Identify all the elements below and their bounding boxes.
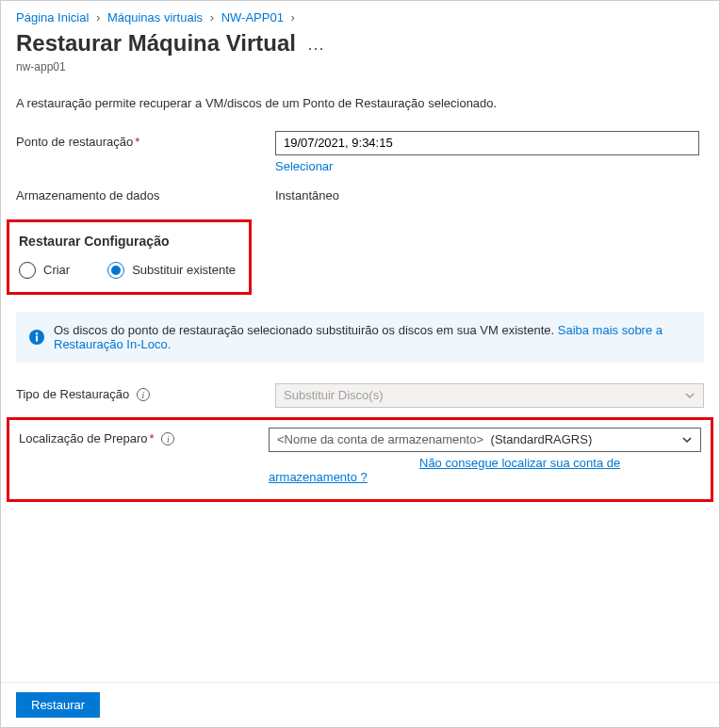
staging-location-section: Localização de Preparo* i <Nome da conta… xyxy=(7,417,713,502)
restore-type-label: Tipo de Restauração i xyxy=(16,383,275,402)
info-banner-text: Os discos do ponto de restauração seleci… xyxy=(54,323,558,337)
chevron-right-icon: › xyxy=(291,10,295,24)
more-actions-icon[interactable]: ⋯ xyxy=(307,39,324,57)
restore-config-section: Restaurar Configuração Criar Substituir … xyxy=(7,219,252,295)
svg-rect-2 xyxy=(36,335,38,341)
data-storage-value: Instantâneo xyxy=(275,185,339,202)
radio-replace-existing[interactable]: Substituir existente xyxy=(107,262,236,279)
restore-point-label: Ponto de restauração* xyxy=(16,131,275,149)
page-title: Restaurar Máquina Virtual xyxy=(16,30,296,57)
cannot-find-storage-link[interactable]: Não consegue localizar sua conta de arma… xyxy=(269,456,620,484)
breadcrumb: Página Inicial › Máquinas virtuais › NW-… xyxy=(16,10,704,24)
restore-type-select: Substituir Disco(s) xyxy=(275,383,704,408)
svg-point-1 xyxy=(36,332,38,334)
breadcrumb-vms[interactable]: Máquinas virtuais xyxy=(107,10,203,24)
info-icon[interactable]: i xyxy=(161,432,174,445)
staging-extra: (StandardRAGRS) xyxy=(491,432,593,446)
radio-replace-label: Substituir existente xyxy=(132,263,236,277)
info-icon xyxy=(29,330,44,345)
chevron-down-icon xyxy=(684,390,695,401)
select-restore-point-link[interactable]: Selecionar xyxy=(275,159,333,173)
radio-create-label: Criar xyxy=(43,263,70,277)
description-text: A restauração permite recuperar a VM/dis… xyxy=(16,96,704,110)
radio-create[interactable]: Criar xyxy=(19,262,70,279)
staging-location-select[interactable]: <Nome da conta de armazenamento> (Standa… xyxy=(269,428,701,452)
chevron-right-icon: › xyxy=(96,10,100,24)
footer: Restaurar xyxy=(1,682,719,727)
data-storage-label: Armazenamento de dados xyxy=(16,185,275,202)
restore-config-title: Restaurar Configuração xyxy=(19,234,239,249)
chevron-down-icon xyxy=(681,434,693,445)
required-icon: * xyxy=(150,431,155,445)
breadcrumb-home[interactable]: Página Inicial xyxy=(16,10,89,24)
info-banner: Os discos do ponto de restauração seleci… xyxy=(16,312,704,363)
page-subtitle: nw-app01 xyxy=(16,60,704,73)
info-icon[interactable]: i xyxy=(137,388,150,401)
radio-selected-icon xyxy=(107,262,124,279)
radio-icon xyxy=(19,262,36,279)
chevron-right-icon: › xyxy=(210,10,214,24)
restore-type-value: Substituir Disco(s) xyxy=(284,388,383,402)
breadcrumb-vm[interactable]: NW-APP01 xyxy=(221,10,284,24)
required-icon: * xyxy=(135,135,139,149)
staging-placeholder: <Nome da conta de armazenamento> xyxy=(277,432,483,446)
staging-location-label: Localização de Preparo* i xyxy=(19,428,269,446)
restore-button[interactable]: Restaurar xyxy=(16,692,100,718)
restore-point-input[interactable] xyxy=(275,131,699,155)
